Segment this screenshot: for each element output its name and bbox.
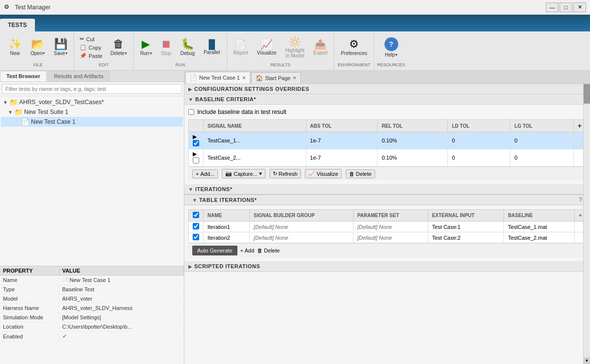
iter-add-button[interactable]: + Add bbox=[240, 248, 254, 253]
prop-row-location: Location C:\Users\bpotter\Desktop\b... bbox=[0, 322, 184, 332]
iter-row-1[interactable]: Iteration1 [Default] None [Default] None… bbox=[189, 222, 586, 232]
properties-panel: PROPERTY VALUE Name 📄 New Test Case 1 Ty… bbox=[0, 266, 184, 364]
filter-box bbox=[0, 82, 184, 96]
config-section-header[interactable]: ▶ CONFIGURATION SETTINGS OVERRIDES ? bbox=[184, 84, 590, 94]
help-button[interactable]: ? Help▾ bbox=[381, 35, 402, 60]
close-button[interactable]: ✕ bbox=[573, 2, 586, 12]
baseline-expand-icon: ▼ bbox=[188, 97, 193, 102]
left-panel: Test Browser Results and Artifacts ▼ 📁 A… bbox=[0, 71, 184, 364]
table-iterations-section: NAME SIGNAL BUILDER GROUP PARAMETER SET … bbox=[184, 205, 590, 261]
prop-header-property: PROPERTY bbox=[0, 266, 59, 276]
open-button[interactable]: 📂 Open▾ bbox=[27, 35, 48, 60]
scroll-thumb[interactable] bbox=[584, 84, 590, 104]
baseline-row-2[interactable]: ▶ TestCase_2... 1e-7 0.10% 0 0 bbox=[189, 149, 586, 167]
maximize-button[interactable]: □ bbox=[560, 2, 572, 12]
parallel-button[interactable]: ▐▌ Parallel bbox=[200, 35, 223, 60]
iter-row1-checkbox[interactable] bbox=[193, 223, 199, 229]
tree-item-suite[interactable]: ▼ 📁 New Test Suite 1 bbox=[1, 107, 183, 117]
main-content: Test Browser Results and Artifacts ▼ 📁 A… bbox=[0, 71, 590, 364]
minimize-button[interactable]: — bbox=[546, 2, 559, 12]
criteria-capture-button[interactable]: 📷 Capture... ▾ bbox=[222, 169, 265, 178]
baseline-table: SIGNAL NAME ABS TOL REL TOL LD TOL LG TO… bbox=[188, 119, 586, 167]
scroll-down-arrow[interactable]: ▼ bbox=[584, 357, 590, 364]
highlight-button[interactable]: 🔆 Highlightin Model bbox=[282, 35, 308, 60]
run-button[interactable]: ▶ Run▾ bbox=[137, 35, 155, 60]
panel-tabs: Test Browser Results and Artifacts bbox=[0, 71, 184, 82]
edit-group: ✂ Cut 📋 Copy 📌 Paste 🗑 Delete▾ bbox=[74, 32, 134, 69]
criteria-refresh-button[interactable]: ↻ Refresh bbox=[269, 169, 301, 178]
filter-input[interactable] bbox=[2, 84, 182, 94]
right-panel: 📄 New Test Case 1 ✕ 🏠 Start Page ✕ ▶ bbox=[184, 71, 590, 364]
tree-item-case[interactable]: ▶ 📄 New Test Case 1 bbox=[1, 117, 183, 127]
results-group: 📄 Report 📈 Visualize 🔆 Highlightin Model… bbox=[227, 32, 335, 69]
scripted-section-header[interactable]: ▶ SCRIPTED ITERATIONS ? bbox=[184, 261, 590, 272]
include-baseline-checkbox[interactable] bbox=[188, 109, 194, 115]
copy-button[interactable]: 📋 Copy bbox=[77, 44, 105, 52]
export-button[interactable]: 📤 Export bbox=[310, 35, 331, 60]
tests-tab[interactable]: TESTS bbox=[0, 19, 35, 31]
tree-area: ▼ 📁 AHRS_voter_SLDV_TestCases* ▼ 📁 New T… bbox=[0, 96, 184, 266]
window-controls: — □ ✕ bbox=[546, 2, 586, 12]
right-scrollbar[interactable]: ▼ bbox=[583, 84, 590, 364]
auto-generate-button[interactable]: Auto Generate bbox=[192, 246, 237, 255]
config-expand-icon: ▶ bbox=[188, 86, 192, 92]
results-artifacts-tab[interactable]: Results and Artifacts bbox=[48, 71, 110, 82]
baseline-add-icon[interactable]: + bbox=[578, 122, 582, 130]
baseline-criteria-section: Include baseline data in test result SIG… bbox=[184, 105, 590, 184]
cut-button[interactable]: ✂ Cut bbox=[77, 35, 105, 43]
toolbar: ✨ New 📂 Open▾ 💾 Save▾ FILE ✂ bbox=[0, 31, 590, 71]
prop-row-simmode: Simulation Mode [Model Settings] bbox=[0, 313, 184, 322]
stop-button[interactable]: ⏹ Stop bbox=[157, 35, 175, 60]
iter-all-checkbox[interactable] bbox=[193, 212, 199, 218]
test-browser-tab[interactable]: Test Browser bbox=[0, 71, 47, 82]
prop-row-type: Type Baseline Test bbox=[0, 285, 184, 294]
app-icon: ⚙ bbox=[4, 3, 12, 11]
run-group: ▶ Run▾ ⏹ Stop 🐛 Debug ▐▌ Parallel RUN bbox=[134, 32, 227, 69]
prop-row-model: Model AHRS_voter bbox=[0, 294, 184, 304]
right-content-wrapper: ▶ CONFIGURATION SETTINGS OVERRIDES ? ▼ B… bbox=[184, 84, 590, 364]
scripted-expand-icon: ▶ bbox=[188, 264, 192, 269]
table-iterations-header[interactable]: ▼ TABLE ITERATIONS* ? bbox=[184, 195, 590, 205]
criteria-delete-button[interactable]: 🗑 Delete bbox=[346, 169, 375, 178]
tree-item-root[interactable]: ▼ 📁 AHRS_voter_SLDV_TestCases* bbox=[1, 97, 183, 107]
doc-tab-startpage[interactable]: 🏠 Start Page ✕ bbox=[251, 72, 301, 84]
prop-header-value: VALUE bbox=[59, 266, 184, 276]
prop-row-name: Name 📄 New Test Case 1 bbox=[0, 276, 184, 285]
visualize-toolbar-button[interactable]: 📈 Visualize bbox=[254, 35, 280, 60]
app-wrapper: ⚙ Test Manager — □ ✕ TESTS ✨ New 📂 Open▾ bbox=[0, 0, 590, 364]
criteria-add-button[interactable]: + Add... bbox=[192, 169, 218, 178]
table-iter-expand-icon: ▼ bbox=[192, 197, 197, 203]
main-tab-bar: TESTS bbox=[0, 15, 590, 31]
doc-tab-testcase[interactable]: 📄 New Test Case 1 ✕ bbox=[185, 72, 250, 84]
resources-group: ? Help▾ RESOURCES bbox=[374, 32, 408, 69]
baseline-row-1[interactable]: ▶ TestCase_1... 1e-7 0.10% 0 0 bbox=[189, 132, 586, 149]
iterations-expand-icon: ▼ bbox=[188, 187, 193, 192]
criteria-toolbar: + Add... 📷 Capture... ▾ ↻ Refresh bbox=[188, 167, 586, 180]
iterations-section-header[interactable]: ▼ ITERATIONS* ? bbox=[184, 184, 590, 195]
close-startpage-tab[interactable]: ✕ bbox=[293, 75, 296, 81]
criteria-visualize-button[interactable]: 📈 Visualize bbox=[305, 169, 342, 178]
paste-button[interactable]: 📌 Paste bbox=[77, 52, 105, 60]
file-group: ✨ New 📂 Open▾ 💾 Save▾ FILE bbox=[2, 32, 74, 69]
iter-delete-button[interactable]: 🗑 Delete bbox=[257, 248, 280, 253]
preferences-button[interactable]: ⚙ Preferences bbox=[337, 35, 371, 60]
prop-row-enabled: Enabled ✓ bbox=[0, 332, 184, 341]
baseline-row2-checkbox[interactable] bbox=[193, 157, 199, 164]
new-button[interactable]: ✨ New bbox=[5, 35, 25, 60]
doc-tabs: 📄 New Test Case 1 ✕ 🏠 Start Page ✕ bbox=[184, 71, 590, 84]
iter-add-col-icon[interactable]: + bbox=[579, 213, 582, 218]
iter-bottom-toolbar: Auto Generate + Add 🗑 Delete bbox=[188, 243, 586, 257]
title-bar: ⚙ Test Manager — □ ✕ bbox=[0, 0, 590, 15]
environment-group: ⚙ Preferences ENVIRONMENT bbox=[334, 32, 374, 69]
debug-button[interactable]: 🐛 Debug bbox=[177, 35, 198, 60]
close-testcase-tab[interactable]: ✕ bbox=[242, 75, 246, 81]
iter-row2-checkbox[interactable] bbox=[193, 234, 199, 240]
iter-row-2[interactable]: Iteration2 [Default] None [Default] None… bbox=[189, 232, 586, 243]
report-button[interactable]: 📄 Report bbox=[230, 35, 252, 60]
baseline-section-header[interactable]: ▼ BASELINE CRITERIA* ? bbox=[184, 94, 590, 105]
table-iter-help-icon[interactable]: ? bbox=[579, 196, 582, 203]
save-button[interactable]: 💾 Save▾ bbox=[50, 35, 71, 60]
delete-button[interactable]: 🗑 Delete▾ bbox=[107, 35, 130, 60]
content-scroll[interactable]: ▶ CONFIGURATION SETTINGS OVERRIDES ? ▼ B… bbox=[184, 84, 590, 364]
baseline-row1-checkbox[interactable] bbox=[193, 140, 199, 146]
